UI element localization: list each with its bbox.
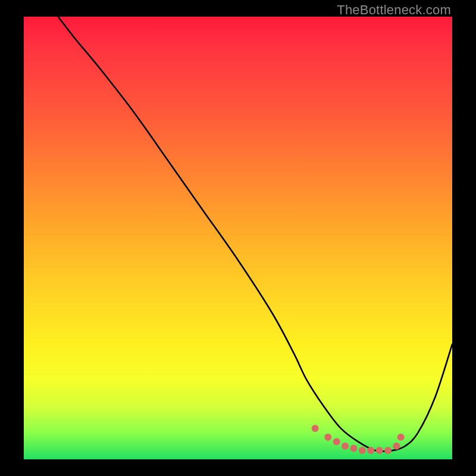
optimal-dot xyxy=(350,444,357,452)
curve-layer xyxy=(58,17,452,452)
chart-frame: TheBottleneck.com xyxy=(0,0,476,476)
optimal-dot xyxy=(367,447,374,454)
optimal-dot xyxy=(359,447,366,454)
optimal-range-dots xyxy=(312,425,405,454)
optimal-dot xyxy=(397,434,405,441)
optimal-dot xyxy=(324,434,331,441)
optimal-dot xyxy=(384,447,392,454)
optimal-dot xyxy=(342,443,349,450)
optimal-dot xyxy=(393,443,400,450)
watermark-text: TheBottleneck.com xyxy=(337,2,451,18)
bottleneck-curve xyxy=(58,17,452,452)
plot-area xyxy=(24,17,452,459)
optimal-dot xyxy=(312,425,319,432)
optimal-dot xyxy=(333,438,340,445)
optimal-dot xyxy=(376,447,383,454)
chart-svg xyxy=(24,17,452,459)
